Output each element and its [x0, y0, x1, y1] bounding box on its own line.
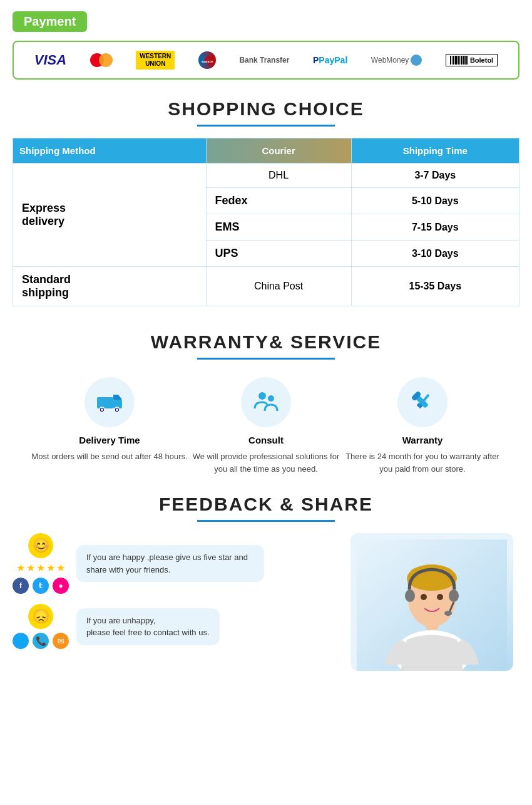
twitter-icon[interactable]: 𝕥: [33, 578, 49, 594]
barcode-icon: [450, 56, 468, 65]
svg-point-25: [421, 594, 427, 600]
shopping-title: SHOPPING CHOICE: [13, 98, 519, 120]
warranty-title: WARRANTY& SERVICE: [13, 331, 519, 353]
happy-emoji: 😊: [28, 533, 53, 558]
sad-emoji: 😞: [28, 604, 53, 629]
unhappy-feedback-row: 😞 🌐 📞 ✉ If you are unhappy, please feel …: [13, 604, 338, 649]
standard-shipping-cell: Standardshipping: [13, 267, 207, 306]
shipping-table: Shipping Method Courier Shipping Time Ex…: [13, 138, 519, 306]
feedback-agent-image: [344, 533, 519, 671]
feedback-section: FEEDBACK & SHARE 😊 ★ ★ ★ ★ ★ f 𝕥: [0, 481, 532, 683]
svg-text:maestro: maestro: [202, 60, 213, 63]
payment-section: Payment VISA WESTERNUNION maestro Bank T…: [0, 0, 532, 86]
svg-point-22: [449, 589, 459, 602]
star-5: ★: [56, 562, 65, 574]
flickr-icon[interactable]: ●: [53, 578, 69, 594]
unhappy-bubble: If you are unhappy, please feel free to …: [76, 608, 220, 645]
table-row: Standardshipping China Post 15-35 Days: [13, 267, 519, 306]
western-union-logo: WESTERNUNION: [136, 51, 175, 70]
paypal-logo: PPayPal: [313, 55, 347, 65]
svg-point-10: [258, 392, 266, 400]
warranty-title-underline: [197, 358, 335, 360]
boletol-logo: Boletol: [446, 54, 498, 66]
svg-point-21: [405, 589, 415, 602]
svg-point-24: [444, 611, 452, 616]
courier-china-post: China Post: [206, 267, 351, 306]
stars-row: ★ ★ ★ ★ ★: [16, 562, 65, 574]
svg-point-26: [437, 594, 443, 600]
feedback-content: 😊 ★ ★ ★ ★ ★ f 𝕥 ● If you are happy ,plea…: [13, 533, 519, 671]
svg-point-9: [116, 408, 118, 411]
visa-logo: VISA: [34, 52, 66, 68]
shopping-choice-section: SHOPPING CHOICE Shipping Method Courier …: [0, 86, 532, 313]
social-icons: f 𝕥 ●: [13, 578, 69, 594]
col-courier: Courier: [206, 138, 351, 164]
warranty-item-consult: Consult We will provide professional sol…: [188, 377, 344, 475]
facebook-icon[interactable]: f: [13, 578, 29, 594]
warranty-label: Warranty: [402, 435, 442, 445]
mastercard-logo: [90, 53, 113, 67]
feedback-title: FEEDBACK & SHARE: [13, 494, 519, 515]
svg-point-11: [268, 395, 274, 402]
time-ups: 3-10 Days: [351, 241, 519, 267]
unhappy-icons: 🌐 📞 ✉: [13, 633, 69, 649]
delivery-icon-circle: [84, 377, 135, 427]
warranty-section: WARRANTY& SERVICE Delivery Time Most ord…: [0, 313, 532, 481]
star-4: ★: [46, 562, 55, 574]
phone-icon[interactable]: 📞: [33, 633, 49, 649]
svg-marker-5: [113, 395, 122, 400]
warranty-icon-circle: [397, 377, 448, 427]
time-china-post: 15-35 Days: [351, 267, 519, 306]
happy-feedback-row: 😊 ★ ★ ★ ★ ★ f 𝕥 ● If you are happy ,plea…: [13, 533, 338, 594]
time-dhl: 3-7 Days: [351, 164, 519, 188]
express-delivery-cell: Expressdelivery: [13, 164, 207, 267]
table-row: Expressdelivery DHL 3-7 Days: [13, 164, 519, 188]
delivery-time-label: Delivery Time: [79, 435, 140, 445]
col-shipping-time: Shipping Time: [351, 138, 519, 164]
maestro-logo: maestro: [198, 51, 216, 69]
col-shipping-method: Shipping Method: [13, 138, 207, 164]
table-header-row: Shipping Method Courier Shipping Time: [13, 138, 519, 164]
star-1: ★: [16, 562, 25, 574]
star-3: ★: [36, 562, 45, 574]
mail-icon[interactable]: ✉: [53, 633, 69, 649]
happy-bubble: If you are happy ,please give us five st…: [76, 545, 264, 582]
wrench-icon: [409, 388, 436, 416]
warranty-item-warranty: Warranty There is 24 month for you to wa…: [344, 377, 501, 475]
courier-ems: EMS: [206, 214, 351, 241]
svg-point-8: [101, 408, 103, 411]
consult-label: Consult: [248, 435, 284, 445]
delivery-truck-icon: [96, 388, 123, 416]
courier-ups: UPS: [206, 241, 351, 267]
bank-transfer-logo: Bank Transfer: [239, 56, 289, 65]
svg-rect-3: [97, 397, 113, 408]
agent-photo-placeholder: [350, 533, 513, 671]
feedback-left: 😊 ★ ★ ★ ★ ★ f 𝕥 ● If you are happy ,plea…: [13, 533, 338, 649]
courier-dhl: DHL: [206, 164, 351, 188]
webmoney-logo: WebMoney: [371, 55, 422, 66]
delivery-time-desc: Most orders will be send out after 48 ho…: [31, 450, 187, 463]
warranty-icons-row: Delivery Time Most orders will be send o…: [13, 377, 519, 475]
unhappy-text: If you are unhappy, please feel free to …: [86, 616, 210, 638]
consult-icon-circle: [241, 377, 291, 427]
globe-icon[interactable]: 🌐: [13, 633, 29, 649]
consult-desc: We will provide professional solutions f…: [188, 450, 344, 475]
consult-people-icon: [252, 388, 280, 416]
feedback-title-underline: [197, 520, 335, 522]
payment-logos-box: VISA WESTERNUNION maestro Bank Transfer …: [13, 41, 519, 80]
courier-fedex: Fedex: [206, 188, 351, 214]
payment-badge: Payment: [13, 11, 87, 32]
agent-svg: [357, 539, 507, 671]
time-ems: 7-15 Days: [351, 214, 519, 241]
time-fedex: 5-10 Days: [351, 188, 519, 214]
star-2: ★: [26, 562, 35, 574]
shopping-title-underline: [197, 125, 335, 127]
warranty-desc: There is 24 month for you to warranty af…: [344, 450, 501, 475]
warranty-item-delivery: Delivery Time Most orders will be send o…: [31, 377, 188, 463]
